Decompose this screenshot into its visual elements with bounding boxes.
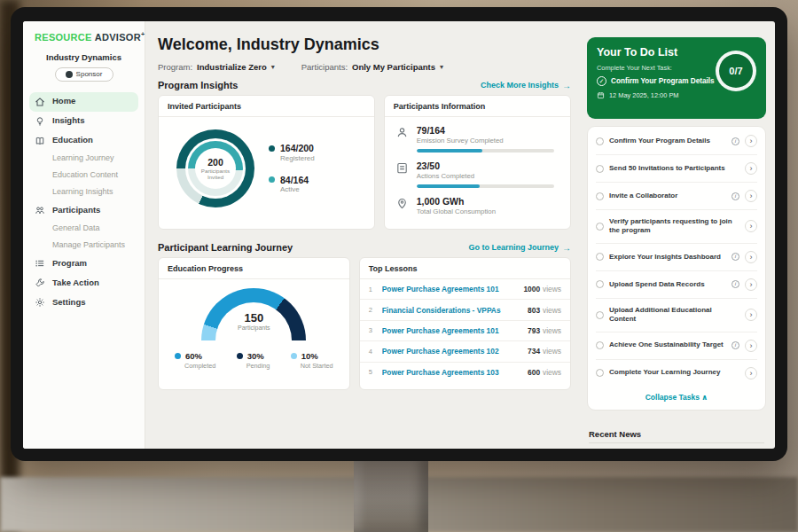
recent-news-title: Recent News [589, 429, 764, 443]
sidebar-item-home[interactable]: Home [29, 92, 138, 112]
go-to-learning-journey-link[interactable]: Go to Learning Journey → [468, 243, 571, 253]
lesson-views: 803 [528, 306, 540, 315]
donut-center-value: 200 [207, 157, 223, 168]
lesson-row: 5 Power Purchase Agreements 103 600 view… [360, 363, 570, 382]
task-invite-collaborator[interactable]: Invite a Collaborator i › [596, 183, 757, 210]
legend-value: 84/164 [280, 175, 309, 186]
sidebar-item-label: Learning Insights [52, 188, 113, 197]
lesson-link[interactable]: Power Purchase Agreements 101 [382, 326, 528, 335]
task-verify-participants[interactable]: Verify participants requesting to join t… [596, 210, 757, 244]
sidebar-item-label: Home [52, 97, 75, 106]
todo-progress-ring: 0/7 [716, 51, 756, 91]
legend-pending: 30% Pending [237, 351, 270, 370]
lesson-link[interactable]: Power Purchase Agreements 103 [382, 368, 528, 377]
task-label: Send 50 Invitations to Participants [609, 164, 739, 173]
chevron-right-icon[interactable]: › [745, 367, 757, 379]
task-checkbox[interactable] [596, 311, 604, 319]
todo-due-label: 12 May 2025, 12:00 PM [609, 91, 678, 99]
invited-card-body: 200 Participants Invited 164/200 Registe… [159, 117, 374, 220]
org-name: Industry Dynamics [23, 52, 145, 62]
task-checkbox[interactable] [596, 192, 604, 200]
task-checkbox[interactable] [596, 223, 604, 231]
stat-value: 23/50 [417, 160, 559, 171]
todo-panel: Your To Do List Complete Your Next Task:… [583, 21, 775, 449]
sidebar-item-participants[interactable]: Participants [23, 200, 145, 220]
todo-next-task-label: Confirm Your Program Details [611, 77, 715, 85]
legend-label: Active [280, 185, 315, 194]
task-label: Achieve One Sustainability Target [609, 340, 726, 349]
task-checkbox[interactable] [596, 369, 604, 377]
stat-label: Emission Survey Completed [417, 137, 559, 145]
person-icon [395, 126, 409, 139]
lesson-views-unit: views [543, 368, 561, 377]
top-lessons-card: Top Lessons 1 Power Purchase Agreements … [359, 257, 571, 390]
lesson-link[interactable]: Power Purchase Agreements 101 [382, 285, 524, 293]
task-explore-insights[interactable]: Explore Your Insights Dashboard i › [596, 244, 757, 271]
sidebar-item-label: Take Action [52, 278, 99, 287]
check-more-insights-link[interactable]: Check More Insights → [481, 81, 571, 90]
todo-summary-card: Your To Do List Complete Your Next Task:… [587, 37, 766, 119]
donut-legend: 164/200 Registered 84/164 Active [269, 143, 315, 193]
learning-cards-row: Education Progress 150 Participants [158, 257, 571, 390]
monitor-stand [354, 458, 428, 532]
collapse-tasks-button[interactable]: Collapse Tasks ∧ [596, 387, 757, 409]
lesson-link[interactable]: Power Purchase Agreements 102 [382, 347, 528, 356]
chevron-right-icon[interactable]: › [745, 190, 757, 202]
insights-cards-row: Invited Participants 200 Participants In… [158, 95, 571, 230]
task-label: Confirm Your Program Details [609, 137, 726, 145]
invited-donut-chart: 200 Participants Invited [176, 129, 254, 207]
chevron-right-icon[interactable]: › [745, 251, 757, 263]
info-icon: i [732, 341, 739, 349]
sidebar-item-label: Manage Participants [52, 241, 125, 250]
section-title: Participant Learning Journey [158, 242, 293, 253]
task-complete-learning-journey[interactable]: Complete Your Learning Journey › [596, 360, 757, 387]
card-title: Education Progress [159, 258, 349, 279]
legend-dot [237, 353, 243, 359]
page-title: Welcome, Industry Dynamics [158, 35, 571, 54]
chevron-right-icon[interactable]: › [745, 340, 757, 352]
sidebar-item-manage-participants[interactable]: Manage Participants [23, 237, 145, 254]
chevron-right-icon[interactable]: › [745, 309, 757, 321]
chevron-right-icon[interactable]: › [745, 220, 757, 232]
task-checkbox[interactable] [596, 165, 604, 173]
chevron-right-icon[interactable]: › [745, 278, 757, 291]
app-window: RESOURCE ADVISOR+ Industry Dynamics Spon… [23, 21, 775, 449]
task-achieve-sustainability-target[interactable]: Achieve One Sustainability Target i › [596, 332, 757, 360]
card-title: Top Lessons [360, 258, 570, 279]
sidebar-item-take-action[interactable]: Take Action [23, 273, 145, 293]
task-confirm-program-details[interactable]: Confirm Your Program Details i › [596, 128, 757, 155]
task-checkbox[interactable] [596, 253, 604, 261]
chevron-right-icon[interactable]: › [745, 135, 757, 147]
card-title: Invited Participants [159, 96, 374, 117]
sidebar-item-insights[interactable]: Insights [23, 112, 145, 131]
legend-dot [291, 353, 297, 359]
gear-icon [35, 297, 45, 308]
participants-information-card: Participants Information 79/164 Emission… [384, 95, 571, 230]
lesson-link[interactable]: Financial Considerations - VPPAs [382, 306, 528, 315]
task-send-invitations[interactable]: Send 50 Invitations to Participants › [596, 155, 757, 183]
task-checkbox[interactable] [596, 280, 604, 288]
sidebar-item-program[interactable]: Program [23, 254, 145, 273]
sidebar-item-learning-journey[interactable]: Learning Journey [23, 151, 145, 168]
filter-bar: Program: Industrialize Zero ▾ Participan… [158, 62, 571, 72]
location-pin-icon [395, 197, 409, 210]
task-upload-educational-content[interactable]: Upload Additional Educational Content › [596, 299, 757, 332]
task-upload-spend-data[interactable]: Upload Spend Data Records i › [596, 271, 757, 299]
chevron-down-icon[interactable]: ▾ [440, 63, 443, 71]
chevron-down-icon[interactable]: ▾ [271, 63, 275, 71]
task-checkbox[interactable] [596, 137, 604, 145]
program-filter[interactable]: Program: Industrialize Zero ▾ [158, 62, 275, 72]
participants-filter[interactable]: Participants: Only My Participants ▾ [301, 62, 443, 72]
sidebar-item-general-data[interactable]: General Data [23, 220, 145, 237]
education-card-body: 150 Participants 60% Completed [159, 279, 349, 370]
stat-value: 1,000 GWh [417, 196, 559, 207]
sidebar-item-education-content[interactable]: Education Content [23, 168, 145, 184]
sidebar-item-education[interactable]: Education [23, 131, 145, 151]
sidebar-item-learning-insights[interactable]: Learning Insights [23, 184, 145, 200]
monitor-bezel: RESOURCE ADVISOR+ Industry Dynamics Spon… [11, 7, 787, 461]
lesson-row: 3 Power Purchase Agreements 101 793 view… [360, 321, 570, 341]
chevron-right-icon[interactable]: › [745, 162, 757, 175]
sidebar-item-settings[interactable]: Settings [23, 293, 145, 312]
task-checkbox[interactable] [596, 341, 604, 349]
lesson-row: 2 Financial Considerations - VPPAs 803 v… [360, 300, 570, 320]
